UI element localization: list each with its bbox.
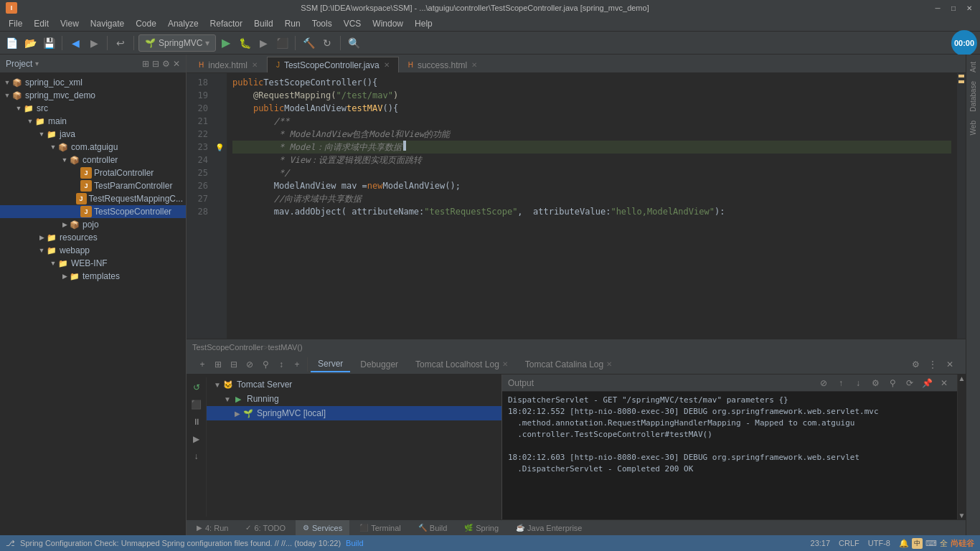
run-with-coverage[interactable]: ▶ bbox=[255, 34, 272, 52]
stop-button[interactable]: ⬛ bbox=[273, 34, 291, 52]
find-button[interactable]: 🔍 bbox=[345, 34, 362, 52]
back-button[interactable]: ◀ bbox=[67, 34, 84, 52]
project-dropdown-icon[interactable]: ▾ bbox=[35, 60, 39, 67]
project-item-main[interactable]: ▼ 📁 main bbox=[0, 115, 186, 128]
tree-item-running[interactable]: ▼ ▶ Running bbox=[207, 392, 501, 406]
menu-file[interactable]: File bbox=[3, 17, 28, 30]
project-item-com-atguigu[interactable]: ▼ 📦 com.atguigu bbox=[0, 141, 186, 154]
menu-refactor[interactable]: Refactor bbox=[204, 17, 248, 30]
menu-edit[interactable]: Edit bbox=[28, 17, 55, 30]
close-button[interactable]: ✕ bbox=[964, 3, 974, 13]
project-item-web-inf[interactable]: ▼ 📁 WEB-INF bbox=[0, 257, 186, 270]
run-button[interactable]: ▶ bbox=[217, 34, 235, 52]
close-panel-icon[interactable]: ✕ bbox=[173, 59, 180, 69]
output-close-btn[interactable]: ✕ bbox=[937, 376, 951, 390]
services-close-icon[interactable]: ✕ bbox=[943, 357, 957, 372]
services-stop-btn[interactable]: ⬛ bbox=[189, 397, 204, 412]
forward-button[interactable]: ▶ bbox=[85, 34, 103, 52]
settings-icon[interactable]: ⚙ bbox=[162, 59, 170, 69]
bottom-tab-build[interactable]: 🔨 Build bbox=[411, 520, 454, 536]
services-step-btn[interactable]: ↓ bbox=[189, 449, 204, 463]
right-tab-ant[interactable]: Ant bbox=[968, 57, 979, 77]
menu-run[interactable]: Run bbox=[279, 17, 306, 30]
collapse-all-icon[interactable]: ⊟ bbox=[152, 59, 159, 69]
services-group-btn[interactable]: ⊘ bbox=[242, 357, 257, 372]
open-button[interactable]: 📂 bbox=[22, 34, 39, 52]
project-item-templates[interactable]: ▶ 📁 templates bbox=[0, 270, 186, 283]
menu-window[interactable]: Window bbox=[367, 17, 409, 30]
services-collapse-btn[interactable]: ⊟ bbox=[227, 357, 241, 372]
sync-button[interactable]: ↻ bbox=[319, 34, 336, 52]
services-restart-btn[interactable]: ↺ bbox=[189, 380, 204, 395]
project-item-controller[interactable]: ▼ 📦 controller bbox=[0, 154, 186, 166]
build-button[interactable]: 🔨 bbox=[300, 34, 317, 52]
project-item-test-scope-controller[interactable]: J TestScopeController bbox=[0, 205, 186, 218]
new-file-button[interactable]: 📄 bbox=[3, 34, 20, 52]
kb-icon[interactable]: 中 bbox=[912, 538, 923, 549]
services-sort-btn[interactable]: ↕ bbox=[274, 357, 288, 372]
tab-close-icon[interactable]: ✕ bbox=[252, 61, 258, 69]
output-filter-btn[interactable]: ⚲ bbox=[885, 376, 900, 390]
tab-close-icon[interactable]: ✕ bbox=[502, 360, 508, 368]
tree-item-spring-mvc[interactable]: ▶ 🌱 SpringMVC [local] bbox=[207, 406, 501, 420]
scroll-down-icon[interactable]: ▼ bbox=[958, 512, 966, 519]
maximize-button[interactable]: □ bbox=[948, 3, 958, 13]
menu-help[interactable]: Help bbox=[409, 17, 438, 30]
bottom-tab-run[interactable]: ▶ 4: Run bbox=[189, 520, 235, 536]
code-editor[interactable]: public TestScopeController () { @Request… bbox=[227, 73, 957, 339]
tab-close-icon[interactable]: ✕ bbox=[471, 61, 477, 69]
services-filter-btn[interactable]: ⚲ bbox=[258, 357, 273, 372]
run-config-dropdown[interactable]: 🌱 SpringMVC ▾ bbox=[138, 34, 216, 52]
output-pin-btn[interactable]: 📌 bbox=[920, 376, 934, 390]
services-resume-btn[interactable]: ▶ bbox=[189, 432, 204, 446]
build-link[interactable]: Build bbox=[346, 539, 363, 547]
services-add-btn[interactable]: + bbox=[195, 357, 209, 372]
output-clear-btn[interactable]: ⊘ bbox=[816, 376, 831, 390]
menu-navigate[interactable]: Navigate bbox=[85, 17, 130, 30]
project-item-resources[interactable]: ▶ 📁 resources bbox=[0, 231, 186, 244]
project-item-test-param-controller[interactable]: J TestParamController bbox=[0, 179, 186, 192]
output-scroll-up-btn[interactable]: ↑ bbox=[834, 376, 848, 390]
tab-index-html[interactable]: H index.html ✕ bbox=[189, 57, 267, 72]
tab-close-icon[interactable]: ✕ bbox=[384, 61, 390, 69]
output-settings-btn[interactable]: ⚙ bbox=[868, 376, 882, 390]
project-item-src[interactable]: ▼ 📁 src bbox=[0, 102, 186, 115]
scroll-up-icon[interactable]: ▲ bbox=[958, 375, 966, 382]
menu-analyze[interactable]: Analyze bbox=[162, 17, 204, 30]
notification-icon[interactable]: 🔔 bbox=[899, 539, 909, 548]
minimize-button[interactable]: ─ bbox=[933, 3, 943, 13]
output-wrap-btn[interactable]: ⟳ bbox=[903, 376, 917, 390]
store-icon[interactable]: 尚硅谷 bbox=[951, 538, 974, 549]
expand-all-icon[interactable]: ⊞ bbox=[142, 59, 149, 69]
services-expand-btn[interactable]: ⊞ bbox=[211, 357, 225, 372]
menu-vcs[interactable]: VCS bbox=[338, 17, 367, 30]
services-pause-btn[interactable]: ⏸ bbox=[189, 415, 204, 429]
output-scroll-down-btn[interactable]: ↓ bbox=[851, 376, 865, 390]
output-scrollbar[interactable]: ▲ ▼ bbox=[957, 375, 966, 519]
input-icon[interactable]: ⌨ bbox=[925, 539, 937, 548]
undo-button[interactable]: ↩ bbox=[112, 34, 129, 52]
services-tab-debugger[interactable]: Debugger bbox=[353, 357, 405, 372]
tab-success-html[interactable]: H success.html ✕ bbox=[399, 57, 487, 72]
tab-close-icon[interactable]: ✕ bbox=[606, 360, 612, 368]
bottom-tab-enterprise[interactable]: ☕ Java Enterprise bbox=[509, 520, 589, 536]
services-plus2-btn[interactable]: + bbox=[290, 357, 304, 372]
menu-build[interactable]: Build bbox=[248, 17, 279, 30]
tab-test-scope-controller[interactable]: J TestScopeController.java ✕ bbox=[267, 57, 399, 72]
bottom-tab-spring[interactable]: 🌿 Spring bbox=[457, 520, 506, 536]
bottom-tab-todo[interactable]: ✓ 6: TODO bbox=[238, 520, 293, 536]
menu-view[interactable]: View bbox=[55, 17, 85, 30]
project-item-protal-controller[interactable]: J ProtalController bbox=[0, 166, 186, 179]
project-item-java[interactable]: ▼ 📁 java bbox=[0, 128, 186, 141]
project-item-spring-ioc-xml[interactable]: ▼ 📦 spring_ioc_xml bbox=[0, 76, 186, 89]
app2-icon[interactable]: 全 bbox=[940, 538, 948, 549]
menu-tools[interactable]: Tools bbox=[306, 17, 338, 30]
services-tab-catalina-log[interactable]: Tomcat Catalina Log ✕ bbox=[518, 357, 619, 372]
tree-item-tomcat-server[interactable]: ▼ 🐱 Tomcat Server bbox=[207, 377, 501, 392]
menu-code[interactable]: Code bbox=[130, 17, 162, 30]
project-item-test-request-mapping[interactable]: J TestRequestMappingC... bbox=[0, 192, 186, 205]
bottom-tab-services[interactable]: ⚙ Services bbox=[296, 520, 349, 536]
output-content[interactable]: DispatcherServlet - GET "/springMVC/test… bbox=[502, 392, 957, 519]
debug-button[interactable]: 🐛 bbox=[236, 34, 253, 52]
right-tab-database[interactable]: Database bbox=[968, 77, 979, 116]
